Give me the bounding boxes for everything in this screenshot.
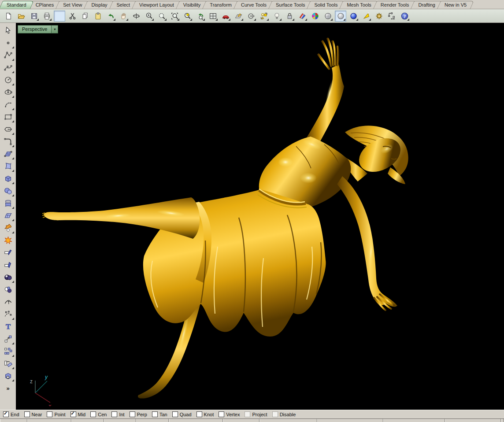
flyout-triangle-icon [12,219,14,221]
blue-sphere-button[interactable] [348,11,359,22]
sidebar-tool-trim-button[interactable] [1,246,15,259]
osnap-near-checkbox[interactable]: Near [24,411,42,417]
sidebar-tool-orient-button[interactable] [1,357,15,370]
sidebar-tool-split-button[interactable] [1,259,15,271]
tab-solid-tools[interactable]: Solid Tools [308,1,343,9]
point-icon [4,39,12,47]
viewport-title-dropdown[interactable]: Perspective ▼ [18,25,58,33]
sidebar-tool-point-button[interactable] [1,37,15,49]
sidebar-tool-circle-button[interactable] [1,74,15,86]
print-button[interactable] [41,11,52,22]
tab-curve-tools[interactable]: Curve Tools [235,1,272,9]
car-button[interactable] [220,11,231,22]
sidebar-tool-surface-curved-button[interactable] [1,160,15,172]
tab-drafting[interactable]: Drafting [412,1,441,9]
osnap-disable-checkbox[interactable]: Disable [272,411,296,417]
sidebar-tool-cylinder-button[interactable] [1,197,15,209]
chevron-down-icon[interactable]: ▼ [51,25,58,33]
sidebar-tool-explode-button[interactable] [1,234,15,246]
viewport-layout-button[interactable] [207,11,219,22]
osnap-bar: ✓EndNearPoint✓MidCenIntPerpTanQuadKnotVe… [0,410,504,418]
tab-set-view[interactable]: Set View [57,1,88,9]
lock-button[interactable] [284,11,295,22]
tab-render-tools[interactable]: Render Tools [375,1,415,9]
sidebar-tool-move-button[interactable] [1,333,15,345]
sidebar-tool-rectangle-button[interactable] [1,111,15,123]
selection-filter-button[interactable] [360,11,372,22]
sidebar-tool-arc-button[interactable] [1,98,15,111]
tab-cplanes[interactable]: CPlanes [30,1,60,9]
cplane-origin-button[interactable] [245,11,257,22]
sidebar-tool-more-tools-button[interactable]: » [1,382,15,394]
copy-button[interactable] [79,11,91,22]
sidebar-tool-cage-edit-button[interactable] [1,370,15,382]
osnap-perp-checkbox[interactable]: Perp [130,411,147,417]
pan-hand-button[interactable] [118,11,129,22]
tab-surface-tools[interactable]: Surface Tools [270,1,311,9]
sidebar-tool-boolean-union-button[interactable] [1,271,15,283]
sidebar-tool-surface-plane-button[interactable] [1,148,15,160]
open-folder-button[interactable] [15,11,27,22]
sidebar-tool-select-arrow-button[interactable] [1,24,15,37]
sidebar-tool-box-button[interactable] [1,172,15,185]
zoom-dynamic-button[interactable] [143,11,155,22]
osnap-int-checkbox[interactable]: Int [111,411,124,417]
cut-button[interactable] [67,11,78,22]
lamp-button[interactable] [271,11,282,22]
zoom-window-button[interactable] [156,11,167,22]
osnap-quad-checkbox[interactable]: Quad [172,411,192,417]
viewport-title[interactable]: Perspective [18,25,51,33]
undo-view-button[interactable] [194,11,206,22]
sidebar-tool-join-button[interactable] [1,222,15,234]
sidebar-tool-rebuild-curve-button[interactable] [1,308,15,320]
perspective-viewport[interactable]: Perspective ▼ [16,23,504,410]
sidebar-tool-curve-fillet-button[interactable] [1,135,15,148]
sidebar-tool-polyline-button[interactable] [1,49,15,61]
osnap-end-checkbox[interactable]: ✓End [3,411,19,417]
tab-mesh-tools[interactable]: Mesh Tools [341,1,377,9]
tab-viewport-layout[interactable]: Viewport Layout [133,1,180,9]
osnap-mid-checkbox[interactable]: ✓Mid [70,411,86,417]
tab-standard[interactable]: Standard [1,1,32,9]
osnap-project-checkbox[interactable]: Project [245,411,267,417]
osnap-knot-checkbox[interactable]: Knot [196,411,214,417]
tab-visibility[interactable]: Visibility [178,1,207,9]
osnap-vertex-checkbox[interactable]: Vertex [219,411,240,417]
color-wheel-button[interactable] [309,11,321,22]
rotate-view-button[interactable] [130,11,142,22]
paste-button[interactable] [92,11,104,22]
undo-button[interactable] [105,11,116,22]
osnap-point-checkbox[interactable]: Point [47,411,65,417]
osnap-cen-checkbox[interactable]: Cen [90,411,107,417]
save-button[interactable] [28,11,40,22]
sidebar-tool-control-point-curve-button[interactable] [1,61,15,74]
flyout-triangle-icon [177,19,179,21]
named-cplane-button[interactable] [233,11,244,22]
blank-button[interactable] [54,11,65,22]
sidebar-tool-sphere-pair-button[interactable] [1,185,15,197]
sidebar-tool-boolean-difference-button[interactable] [1,283,15,296]
tab-transform[interactable]: Transform [204,1,237,9]
help-button[interactable]: ? [399,11,410,22]
sidebar-tool-ellipse-button[interactable] [1,86,15,98]
zoom-extents-button[interactable] [169,11,180,22]
flyout-triangle-icon [12,59,14,61]
tab-new-in-v5[interactable]: New in V5 [439,1,472,9]
render-sphere-button[interactable] [322,11,334,22]
sidebar-tool-polygon-button[interactable] [1,123,15,135]
object-snap-filter-button[interactable] [258,11,270,22]
layer-material-button[interactable] [296,11,308,22]
osnap-tan-checkbox[interactable]: Tan [152,411,167,417]
options-gears-button[interactable] [373,11,385,22]
tab-display[interactable]: Display [85,1,113,9]
sidebar-tool-surface-patch-button[interactable] [1,209,15,222]
zoom-selected-button[interactable] [182,11,193,22]
sidebar-tool-curve-edit-point-button[interactable] [1,296,15,308]
shaded-sphere-button[interactable] [335,11,346,22]
new-document-button[interactable] [3,11,14,22]
dimension-button[interactable] [386,11,397,22]
sidebar-tool-text-button[interactable]: T [1,320,15,333]
checkbox-icon: ✓ [3,411,9,417]
tool-sidebar: T» [0,23,16,410]
sidebar-tool-array-button[interactable] [1,345,15,357]
